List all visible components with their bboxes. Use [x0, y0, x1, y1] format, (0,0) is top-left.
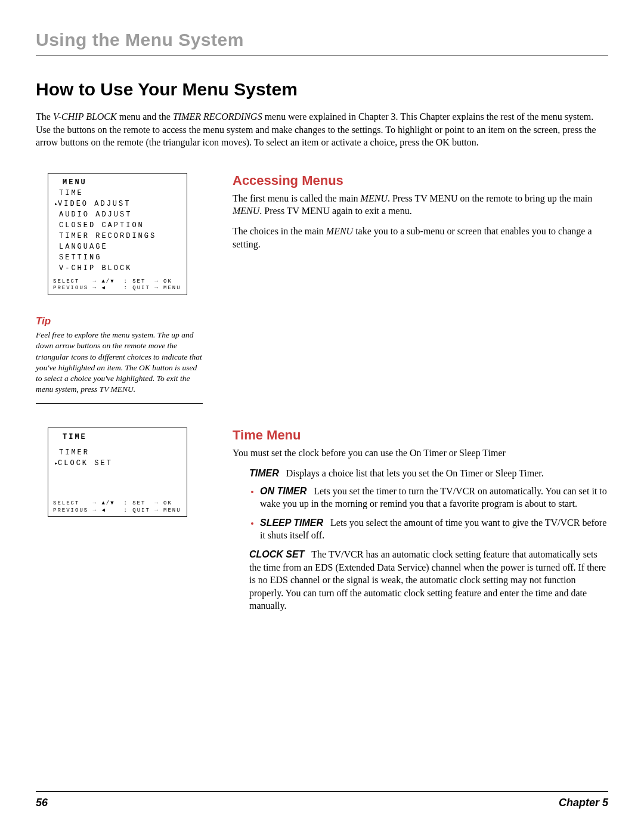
- timer-desc: TIMER Displays a choice list that lets y…: [249, 467, 608, 480]
- osd-item: TIME: [59, 188, 182, 199]
- osd-main-menu: MENU TIMEVIDEO ADJUSTAUDIO ADJUSTCLOSED …: [48, 173, 187, 295]
- accessing-heading: Accessing Menus: [233, 173, 608, 188]
- row-accessing: MENU TIMEVIDEO ADJUSTAUDIO ADJUSTCLOSED …: [36, 173, 608, 404]
- section-title: How to Use Your Menu System: [36, 79, 608, 100]
- chapter-label: Chapter 5: [559, 797, 608, 809]
- accessing-p1: The first menu is called the main MENU. …: [233, 192, 608, 218]
- header-rule: [36, 55, 608, 55]
- time-menu-heading: Time Menu: [233, 428, 608, 443]
- tip-heading: Tip: [36, 315, 203, 327]
- tip-rule: [36, 403, 203, 404]
- accessing-p2: The choices in the main MENU take you to…: [233, 225, 608, 250]
- page-number: 56: [36, 797, 48, 809]
- timer-bullets: ON TIMER Lets you set the timer to turn …: [249, 485, 608, 542]
- osd-item: CLOSED CAPTION: [59, 220, 182, 231]
- page-footer: 56 Chapter 5: [36, 791, 608, 809]
- osd-time-menu: TIME TIMERCLOCK SET SELECT → ▲/▼ : SET →…: [48, 428, 187, 517]
- footer-rule: [36, 791, 608, 792]
- osd-item: LANGUAGE: [59, 241, 182, 252]
- osd-title: MENU: [63, 177, 182, 188]
- osd-footer: SELECT → ▲/▼ : SET → OK PREVIOUS → ◀ : Q…: [53, 500, 181, 514]
- osd-items: TIMEVIDEO ADJUSTAUDIO ADJUSTCLOSED CAPTI…: [53, 188, 182, 274]
- running-header: Using the Menu System: [36, 30, 608, 50]
- osd-item: VIDEO ADJUST: [59, 199, 182, 209]
- clockset-desc: CLOCK SET The TV/VCR has an automatic cl…: [249, 548, 608, 612]
- tip-body: Feel free to explore the menu system. Th…: [36, 330, 203, 395]
- osd-item: CLOCK SET: [59, 458, 182, 469]
- intro-paragraph: The V-CHIP BLOCK menu and the TIMER RECO…: [36, 110, 608, 149]
- list-item: SLEEP TIMER Lets you select the amount o…: [260, 516, 608, 542]
- row-time-menu: TIME TIMERCLOCK SET SELECT → ▲/▼ : SET →…: [36, 428, 608, 617]
- osd-item: SETTING: [59, 252, 182, 263]
- osd-title: TIME: [63, 432, 182, 442]
- osd-footer: SELECT → ▲/▼ : SET → OK PREVIOUS → ◀ : Q…: [53, 278, 182, 292]
- osd-items: TIMERCLOCK SET: [53, 447, 182, 469]
- osd-item: TIMER: [59, 447, 182, 458]
- osd-item: AUDIO ADJUST: [59, 209, 182, 220]
- osd-item: TIMER RECORDINGS: [59, 231, 182, 241]
- osd-item: V-CHIP BLOCK: [59, 263, 182, 274]
- list-item: ON TIMER Lets you set the timer to turn …: [260, 485, 608, 510]
- time-menu-intro: You must set the clock before you can us…: [233, 447, 608, 460]
